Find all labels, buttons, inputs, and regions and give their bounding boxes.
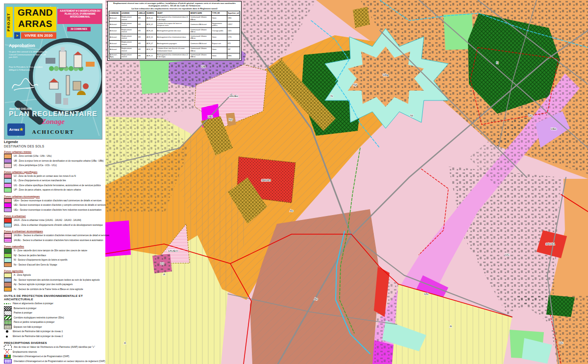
legend-section: Zones agricolesA - Zone AgricoleAa - Sec… bbox=[4, 269, 104, 291]
map-zone-label: 1AUA3 bbox=[261, 179, 271, 182]
legend-item-label: Haies et alignements d'arbres à protéger bbox=[13, 302, 53, 305]
er-column-header: LIBELLE bbox=[138, 11, 146, 15]
legend-section: PRESCRIPTIONS DIVERSESAire de mise en Va… bbox=[4, 341, 104, 364]
legend-item-label: 1AUEc - Secteur à urbaniser à vocation d… bbox=[14, 239, 103, 242]
legend-item: 1AUL - Zone à urbaniser d'équipements d'… bbox=[4, 223, 104, 228]
legend-item: UJ - Zone de fonds de jardin en contact … bbox=[4, 174, 104, 179]
legend-swatch-icon bbox=[4, 325, 12, 330]
map-zone-label: A bbox=[124, 341, 126, 344]
er-cell: ACH_04 bbox=[146, 28, 156, 34]
legend-swatch-icon bbox=[4, 315, 12, 320]
legend-item-label: Orientation d'Aménagement et de Programm… bbox=[14, 360, 105, 363]
er-cell: ER bbox=[138, 34, 146, 41]
legend-item-label: 1AUL - Zone à urbaniser d'équipements d'… bbox=[14, 224, 103, 226]
legend-item-label: UB - Zone à enjeux forts en termes de de… bbox=[14, 160, 103, 162]
er-cell: ER bbox=[138, 47, 146, 53]
legend-item: Elément de Patrimoine bâti à protéger de… bbox=[4, 334, 104, 339]
legend-item-label: 1AUA - Zone à urbaniser mixte (1AUA1 - 1… bbox=[14, 219, 81, 221]
er-cell: 12817 bbox=[227, 22, 240, 28]
legend-item: UEc - Secteur économique à vocation d'ac… bbox=[4, 208, 104, 213]
legend-swatch-icon bbox=[4, 183, 12, 188]
legend-item: UL - Zone d'équipements et services marc… bbox=[4, 178, 104, 183]
legend-item-label: UJ - Zone de fonds de jardin en contact … bbox=[14, 175, 76, 177]
map-zone-label: UB bbox=[201, 65, 205, 68]
legend-item-label: Aire de mise en Valeur de l'Architecture… bbox=[14, 346, 95, 348]
er-cell: Emplacement réservé bbox=[121, 47, 137, 53]
legend-subtitle: DESTINATION DES SOLS bbox=[4, 145, 104, 148]
legend-item-label: UEt - Secteur économique à vocation d'ac… bbox=[14, 204, 106, 206]
legend-item-label: Espaces non bâti à protéger bbox=[14, 326, 42, 328]
er-cell: Emplacement réservé bbox=[121, 53, 137, 59]
legend-item-label: UA - Zone centrale (UAa - UAb - UAc) bbox=[14, 155, 51, 157]
map-zone-label: Nl bbox=[410, 114, 413, 117]
legend-section-heading: Zones à urbaniser économiques bbox=[4, 230, 104, 233]
map-zone-label: UC bbox=[559, 341, 564, 344]
legend-section-heading: Zones à urbaniser bbox=[4, 215, 104, 218]
legend-swatch-icon bbox=[4, 238, 12, 243]
legend-panel: PROJET GRAND ARRAS ➤ VIVRE EN 2030 AJUST… bbox=[0, 0, 105, 364]
legend-item-label: Boisements à protéger bbox=[14, 307, 36, 310]
legend-section: Zones urbaines mixtesUA - Zone centrale … bbox=[4, 150, 104, 168]
er-cell: Aménagements paysagers bbox=[156, 40, 190, 47]
legend-section: Zones urbaines économiquesUEm - Secteur … bbox=[4, 195, 104, 213]
legend-item-label: UL - Zone d'équipements et services marc… bbox=[14, 179, 66, 182]
legend-item-label: UC - Zone périphérique (UCa - UCb - UCc) bbox=[14, 164, 57, 167]
commune-name: ACHICOURT bbox=[4, 129, 102, 135]
legend-item: Corridors écologiques restreints à prése… bbox=[4, 315, 104, 320]
legend-swatch-icon bbox=[4, 174, 12, 179]
map-zone-label: N bbox=[331, 95, 333, 97]
signature-icon bbox=[10, 76, 40, 93]
legend-swatch-icon bbox=[4, 218, 12, 223]
legend-swatch-icon bbox=[4, 208, 12, 213]
legend-swatch-icon bbox=[4, 223, 12, 228]
er-cell: ACH_07 bbox=[146, 40, 156, 47]
reserved-emplacements-table: Emplacement réservé aux voies et ouvrage… bbox=[107, 1, 242, 61]
er-cell: Communauté Urbaine d'Arras bbox=[190, 53, 212, 59]
legend-item: 1AUEc - Secteur à urbaniser à vocation d… bbox=[4, 238, 104, 243]
map-zone-label: Ac bbox=[290, 209, 293, 212]
map-zone-label: N bbox=[496, 61, 498, 64]
legend-item: UC - Zone périphérique (UCa - UCb - UCc) bbox=[4, 163, 104, 168]
er-column-header: COMMUNE bbox=[109, 11, 121, 15]
legend-item-label: Prairies à protéger bbox=[14, 312, 32, 314]
er-cell: ER bbox=[138, 40, 146, 47]
legend-item: Ac - Secteur de corridors de la Trame Ve… bbox=[4, 287, 104, 292]
legend-item-label: Nl - Secteur d'équipements légers de loi… bbox=[14, 259, 68, 261]
er-table-title: Emplacement réservé aux voies et ouvrage… bbox=[109, 2, 240, 7]
legend-item-label: Njf - Secteur de jardins familiaux bbox=[14, 254, 46, 257]
legend-item: N - Zone naturelle dont zone tampon de 3… bbox=[4, 248, 104, 253]
zone-polygon bbox=[353, 7, 370, 28]
legend-swatch-icon bbox=[4, 159, 12, 164]
approval-text-2: Pour le Président, le Vice-président dél… bbox=[9, 66, 47, 71]
er-cell: Achicourt - Agny bbox=[109, 53, 121, 59]
legend-section-heading: Zones urbaines spécifiques bbox=[4, 170, 104, 173]
legend-item-label: Nv - Secteur d'accueil des Gens du Voyag… bbox=[14, 264, 57, 266]
plan-title: PLAN REGLEMENTAIRE bbox=[4, 110, 102, 118]
legend-swatch-icon bbox=[4, 263, 12, 267]
map-zone-label: Njf bbox=[353, 83, 357, 86]
legend-item-label: Elément de Patrimoine bâti à protéger de… bbox=[13, 330, 63, 333]
er-table-subtitle: La liste exhaustive des emplacements rés… bbox=[109, 7, 240, 10]
er-cell: ER bbox=[138, 53, 146, 59]
legend-item-label: Ap - Secteur agricole à protéger pour de… bbox=[14, 283, 73, 286]
legend-item-label: Emplacements réservés bbox=[13, 351, 37, 353]
legend-item: Haies et alignements d'arbres à protéger bbox=[4, 301, 104, 306]
er-column-header: NUMERO bbox=[146, 11, 156, 15]
er-cell: Achicourt bbox=[109, 34, 121, 41]
legend-swatch-icon bbox=[4, 273, 12, 278]
zone-polygon bbox=[140, 59, 169, 94]
er-cell: ER bbox=[138, 28, 146, 34]
legend-item-label: Corridors écologiques restreints à prése… bbox=[14, 316, 64, 319]
map-zone-label: UEt bbox=[208, 115, 213, 118]
er-cell: Création d'un espace de loisirs et d'esp… bbox=[156, 22, 190, 28]
legend-item: Prairies à protéger bbox=[4, 311, 104, 315]
er-cell: Achicourt bbox=[109, 40, 121, 47]
legend-item: UG - Zone urbaine spécifique d'activité … bbox=[4, 183, 104, 188]
legend-swatch-icon bbox=[4, 311, 12, 315]
er-column-header: Superficie_m2 bbox=[227, 11, 240, 15]
er-cell: Emplacement réservé bbox=[121, 28, 137, 34]
legend-item-label: Aa - Secteur reprenant des activités éco… bbox=[14, 279, 99, 281]
legend-swatch-icon bbox=[4, 306, 12, 311]
table-row: AchicourtEmplacement réservéERACH_05Amén… bbox=[109, 34, 240, 41]
legend-item-label: A - Zone Agricole bbox=[14, 274, 31, 276]
